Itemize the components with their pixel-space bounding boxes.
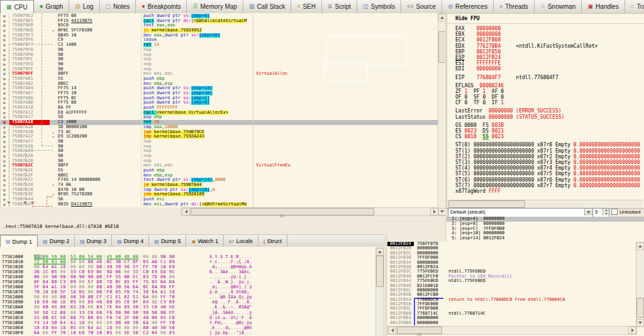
disassembly-panel[interactable]: 759079E2FF75 08push dword ptr ss:[ebp+8]… [0, 13, 438, 207]
row-dot-icon[interactable] [3, 126, 6, 129]
breakpoint-dot-cell[interactable] [0, 86, 9, 91]
breakpoint-dot-cell[interactable] [0, 67, 9, 72]
register-line[interactable]: EBP 0012FB50 [455, 49, 644, 55]
dump-row[interactable]: 775E10C055 8B EC 568B 75 08 85F6 74 2F 8… [0, 315, 375, 320]
register-line[interactable]: EDX 776270B4 <ntdll.KiFastSystemCallRet> [455, 43, 644, 49]
breakpoint-dot-cell[interactable] [0, 33, 9, 38]
tab-dump-4[interactable]: ▤Dump 4 [112, 235, 149, 247]
row-dot-icon[interactable] [3, 92, 6, 95]
row-dot-icon[interactable] [3, 35, 6, 37]
scroll-left-icon[interactable] [185, 210, 187, 214]
breakpoint-dot-cell[interactable] [0, 173, 9, 178]
register-line[interactable]: ESP 0012FB24 [455, 55, 644, 60]
row-dot-icon[interactable] [3, 78, 6, 80]
dump-row[interactable]: 775E107070 18 E8 5F1D 05 00 8BF0 85 F6 7… [0, 290, 375, 295]
register-line[interactable]: EIP 776804F7 ntdll.776804F7 [455, 75, 644, 80]
breakpoint-dot-cell[interactable] [0, 125, 9, 130]
dump-row[interactable]: 775E109018 E8 40 1D05 00 89 4608 85 C0 0… [0, 300, 375, 305]
breakpoint-dot-cell[interactable] [0, 168, 9, 173]
tab-notes[interactable]: ▢Notes [100, 0, 136, 13]
breakpoint-dot-icon[interactable] [3, 121, 6, 124]
unlocked-checkbox[interactable] [611, 209, 618, 215]
register-line[interactable]: EFLAGS 00000246 [455, 83, 644, 89]
breakpoint-dot-cell[interactable] [0, 149, 9, 154]
dump-row[interactable]: 775E108000 00 00 8B40 30 8B CFC1 E1 02 5… [0, 295, 375, 300]
register-line[interactable]: EDI 00000000 [455, 66, 644, 72]
row-dot-icon[interactable] [3, 83, 6, 85]
row-dot-icon[interactable] [3, 54, 6, 57]
register-line[interactable]: ST(5) 00000000000000000000 x87r5 Empty 0… [455, 171, 644, 176]
disasm-row[interactable]: 75907A2A90nop [0, 154, 438, 159]
row-dot-icon[interactable] [3, 107, 6, 109]
calling-convention-select[interactable]: Default (stdcall) [448, 208, 593, 217]
register-line[interactable]: LastError 00000000 (ERROR_SUCCESS) [455, 108, 644, 114]
row-dot-icon[interactable] [3, 39, 6, 41]
row-dot-icon[interactable] [3, 160, 6, 163]
tab-struct[interactable]: {Struct [258, 235, 287, 247]
tab-dump-2[interactable]: ▤Dump 2 [38, 235, 75, 247]
breakpoint-dot-cell[interactable] [0, 115, 9, 120]
register-line[interactable]: ECX 0012FB08 [455, 37, 644, 43]
breakpoint-dot-cell[interactable] [0, 53, 9, 58]
breakpoint-dot-cell[interactable] [0, 178, 9, 183]
row-dot-icon[interactable] [3, 102, 6, 104]
breakpoint-dot-cell[interactable] [0, 111, 9, 116]
registers-panel[interactable]: Hide FPU EAX 00000000EBX 00000000ECX 001… [447, 13, 644, 209]
tab-handles[interactable]: ▣Handles [582, 0, 625, 13]
breakpoint-dot-cell[interactable] [0, 91, 9, 96]
breakpoint-dot-cell[interactable] [0, 28, 9, 33]
register-line[interactable]: ST(2) 00000000000000000000 x87r2 Empty 0… [455, 154, 644, 160]
tab-cpu[interactable]: ▦CPU [0, 0, 34, 13]
dump-row[interactable]: 775E10500F 84 60 C309 00 57 8B7D 0C 85 F… [0, 279, 375, 285]
breakpoint-dot-cell[interactable] [0, 159, 9, 164]
disasm-hscrollbar[interactable]: ⦀⦀ [181, 207, 439, 216]
tab-dump-3[interactable]: ▤Dump 3 [75, 235, 112, 247]
row-dot-icon[interactable] [3, 87, 6, 90]
breakpoint-dot-cell[interactable] [0, 48, 9, 53]
disasm-row[interactable]: 75907A2790nop [0, 139, 438, 144]
dump-row[interactable]: 775E103036 1C 05 0033 C0 E9 0E9D 06 00 3… [0, 269, 375, 274]
arg-count-stepper[interactable]: 5 [592, 208, 609, 217]
breakpoint-dot-cell[interactable] [0, 38, 9, 43]
hide-fpu-button[interactable]: Hide FPU [447, 14, 644, 24]
breakpoint-dot-cell[interactable] [0, 134, 9, 139]
breakpoint-dot-cell[interactable] [0, 77, 9, 82]
dump-row[interactable]: 775E10D074 14 50 64A1 18 00 0000 8B 40 3… [0, 320, 375, 325]
disasm-row[interactable]: 75907A3E▾0F85 75270200jne kernelbase.759… [0, 192, 438, 197]
scroll-right-icon[interactable] [631, 328, 634, 332]
register-line[interactable]: OF 0 SF 0 DF 0 [455, 94, 644, 100]
row-dot-icon[interactable] [3, 58, 6, 61]
register-line[interactable]: ZF 1 PF 1 AF 0 [455, 89, 644, 94]
register-line[interactable]: EAX 00000000 [455, 26, 644, 31]
register-line[interactable]: EBX 00000000 [455, 31, 644, 37]
register-line[interactable]: ST(4) 00000000000000000000 x87r4 Empty 0… [455, 165, 644, 171]
scroll-down-icon[interactable] [440, 210, 444, 213]
breakpoint-dot-cell[interactable] [0, 183, 9, 188]
breakpoint-dot-cell[interactable] [0, 23, 9, 28]
row-dot-icon[interactable] [3, 150, 6, 153]
breakpoint-dot-cell[interactable] [0, 154, 9, 159]
row-dot-icon[interactable] [3, 30, 6, 32]
dump-row[interactable]: 775E10A000 8B 45 0883 26 00 897E 04 89 3… [0, 305, 375, 310]
register-line[interactable]: ST(6) 00000000000000000000 x87r6 Empty 0… [455, 177, 644, 183]
row-dot-icon[interactable] [3, 189, 6, 192]
disasm-row[interactable]: 759079FF8BFFmov edi,ediVirtualAlloc [0, 72, 438, 77]
row-dot-icon[interactable] [3, 175, 6, 177]
row-dot-icon[interactable] [3, 73, 6, 75]
tab-watch-1[interactable]: ◉Watch 1 [186, 235, 224, 247]
tab-source[interactable]: <>Source [401, 0, 442, 13]
register-line[interactable]: CS 001B SS 0023 [455, 134, 644, 139]
row-dot-icon[interactable] [3, 20, 6, 23]
tab-locals[interactable]: x=Locals [224, 235, 258, 247]
tab-snowman[interactable]: ☃Snowman [535, 0, 582, 13]
row-dot-icon[interactable] [3, 184, 6, 187]
tab-threads[interactable]: »Threads [494, 0, 535, 13]
tab-dump-5[interactable]: ▤Dump 5 [149, 235, 186, 247]
breakpoint-dot-cell[interactable] [0, 19, 9, 24]
row-dot-icon[interactable] [3, 203, 6, 206]
scrollbar-grip[interactable]: ⦀⦀ [280, 214, 284, 218]
row-dot-icon[interactable] [3, 193, 6, 196]
stack-vscrollbar[interactable] [636, 242, 644, 327]
dump-row[interactable]: 775E102000 64 A1 1800 00 00 8B40 30 56 5… [0, 264, 375, 269]
register-line[interactable]: ST(3) 00000000000000000000 x87r3 Empty 0… [455, 160, 644, 165]
